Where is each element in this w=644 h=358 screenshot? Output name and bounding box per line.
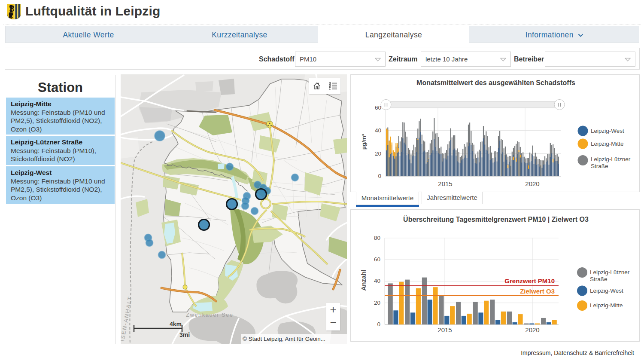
svg-text:40: 40 xyxy=(375,127,381,134)
svg-text:0: 0 xyxy=(378,173,381,179)
svg-text:Überschreitung Tagesmittelgren: Überschreitung Tagesmittelgrenzwert PM10… xyxy=(403,215,589,223)
svg-text:80: 80 xyxy=(374,235,380,241)
svg-text:Leipzig-West: Leipzig-West xyxy=(591,128,624,134)
svg-text:Straße: Straße xyxy=(591,163,608,169)
svg-text:Leipzig-Lützner: Leipzig-Lützner xyxy=(590,269,630,275)
svg-text:Straße: Straße xyxy=(590,276,608,282)
svg-text:Monatsmittelwert des ausgewähl: Monatsmittelwert des ausgewählten Schads… xyxy=(416,79,575,86)
svg-text:Leipzig-West: Leipzig-West xyxy=(590,288,623,294)
svg-text:Zielwert O3: Zielwert O3 xyxy=(520,288,555,295)
svg-text:Zwenkauer See: Zwenkauer See xyxy=(186,312,234,318)
svg-text:Grenzwert PM10: Grenzwert PM10 xyxy=(504,277,555,285)
svg-text:Anzahl: Anzahl xyxy=(360,269,367,291)
svg-text:2020: 2020 xyxy=(525,180,539,187)
svg-text:Leipzig-Mitte: Leipzig-Mitte xyxy=(591,141,624,147)
svg-text:60: 60 xyxy=(374,256,380,263)
svg-text:Leipzig-Mitte: Leipzig-Mitte xyxy=(590,302,623,309)
svg-text:Leipzig-Lützner: Leipzig-Lützner xyxy=(591,156,631,162)
svg-text:20: 20 xyxy=(375,150,381,157)
svg-text:20: 20 xyxy=(374,300,380,306)
svg-text:60: 60 xyxy=(375,104,381,111)
svg-text:40: 40 xyxy=(374,278,380,284)
svg-text:2015: 2015 xyxy=(438,180,452,187)
svg-text:2015: 2015 xyxy=(437,326,452,334)
svg-text:4km: 4km xyxy=(170,321,182,327)
svg-text:µg/m³: µg/m³ xyxy=(361,134,367,150)
svg-text:0: 0 xyxy=(377,321,380,327)
svg-text:2020: 2020 xyxy=(525,326,539,334)
svg-text:3mi: 3mi xyxy=(179,331,190,338)
